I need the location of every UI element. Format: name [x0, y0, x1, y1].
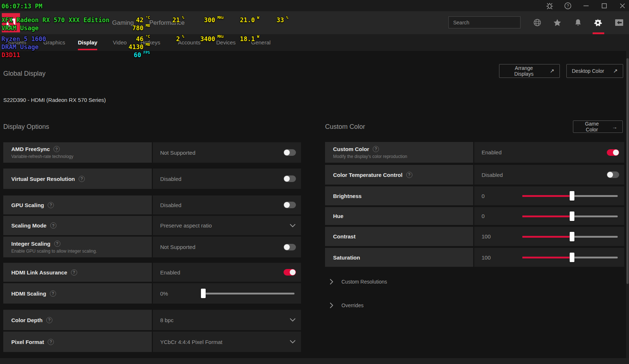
- setting-row-custom-color: Custom Color?Modify the display's color …: [325, 142, 624, 163]
- minimize-button[interactable]: [582, 1, 590, 10]
- subnav-tab-hotkeys[interactable]: Hotkeys: [141, 34, 160, 51]
- expander-overrides[interactable]: Overrides: [329, 302, 364, 309]
- amd-arrow-icon: [5, 17, 17, 29]
- arrow-right-icon: →: [612, 124, 617, 130]
- slider-handle[interactable]: [570, 232, 574, 241]
- setting-label: Saturation: [333, 254, 360, 261]
- setting-label: Color Depth: [11, 317, 43, 323]
- help-icon[interactable]: ?: [50, 222, 56, 229]
- close-button[interactable]: [618, 1, 627, 10]
- help-icon[interactable]: ?: [54, 241, 60, 247]
- setting-label: HDMI Scaling: [11, 290, 46, 297]
- search-input[interactable]: [453, 20, 519, 25]
- toggle-color-temperature-control[interactable]: [607, 171, 619, 178]
- setting-value: Disabled: [160, 202, 181, 208]
- chevron-right-icon: [329, 302, 333, 309]
- setting-label: Color Temperature Control: [333, 172, 403, 178]
- setting-value: Not Supported: [160, 244, 195, 250]
- bell-icon: [574, 18, 582, 27]
- toggle-hdmi-link-assurance[interactable]: [284, 269, 296, 276]
- panel-icon: [614, 18, 623, 27]
- scrollbar-thumb[interactable]: [626, 58, 629, 284]
- search-box[interactable]: [448, 16, 521, 28]
- setting-subtitle: Enable GPU scaling to allow integer scal…: [11, 249, 152, 254]
- setting-value: Preserve aspect ratio: [160, 222, 212, 229]
- subnav-tab-graphics[interactable]: Graphics: [43, 34, 65, 51]
- setting-label-cell: Pixel Format?: [3, 332, 152, 352]
- help-icon[interactable]: ?: [79, 176, 85, 182]
- help-icon[interactable]: ?: [71, 269, 77, 276]
- amd-logo[interactable]: [2, 13, 20, 32]
- setting-value-cell: 0: [473, 207, 624, 225]
- maximize-icon: [600, 1, 609, 10]
- toggle-knob: [284, 150, 290, 155]
- osd-line: D3D1160 FPS: [1, 51, 289, 59]
- setting-value-cell: Disabled: [152, 169, 301, 189]
- expander-custom-resolutions[interactable]: Custom Resolutions: [329, 278, 387, 285]
- slider-handle[interactable]: [201, 289, 206, 298]
- star-button[interactable]: [551, 16, 564, 29]
- slider-hue[interactable]: [522, 211, 618, 221]
- setting-value-cell: 100: [473, 227, 624, 246]
- help-icon: ?: [563, 1, 572, 10]
- bug-button[interactable]: [545, 1, 554, 10]
- help-icon[interactable]: ?: [373, 146, 379, 152]
- help-icon[interactable]: ?: [46, 317, 52, 323]
- help-icon[interactable]: ?: [54, 146, 60, 152]
- desktop-color-button[interactable]: Desktop Color↗: [566, 64, 623, 78]
- setting-value-cell: Disabled: [152, 195, 301, 214]
- setting-value-cell: 100: [473, 248, 624, 267]
- gear-button[interactable]: [592, 16, 605, 29]
- globe-button[interactable]: [531, 16, 544, 29]
- slider-saturation[interactable]: [522, 253, 618, 262]
- slider-fill: [522, 257, 572, 258]
- toggle-custom-color[interactable]: [607, 149, 619, 156]
- osd-line-label: D3D11: [1, 51, 20, 59]
- setting-label: Custom Color: [333, 146, 369, 152]
- expander-label: Overrides: [341, 302, 364, 308]
- toggle-knob: [607, 172, 613, 178]
- maximize-button[interactable]: [600, 1, 609, 10]
- help-button[interactable]: ?: [563, 1, 572, 10]
- toggle-amd-freesync[interactable]: [284, 149, 296, 156]
- subnav-tab-display[interactable]: Display: [78, 34, 97, 51]
- subnav-tab-system[interactable]: System: [8, 34, 26, 51]
- setting-label-cell: Contrast: [325, 227, 473, 246]
- toggle-integer-scaling[interactable]: [284, 244, 296, 250]
- dropdown-chevron-icon[interactable]: [289, 223, 296, 228]
- help-icon[interactable]: ?: [48, 339, 54, 345]
- setting-subtitle: Modify the display's color reproduction: [333, 154, 473, 159]
- toggle-gpu-scaling[interactable]: [284, 202, 296, 208]
- help-icon[interactable]: ?: [50, 290, 56, 297]
- setting-value: Enabled: [482, 149, 502, 155]
- expander-label: Custom Resolutions: [341, 279, 387, 285]
- setting-value-cell: 0: [473, 186, 624, 205]
- panel-button[interactable]: [612, 16, 625, 29]
- slider-handle[interactable]: [570, 211, 574, 221]
- setting-label-cell: Saturation: [325, 248, 473, 267]
- setting-label-cell: Color Depth?: [3, 310, 152, 330]
- button-label: Arrange Displays: [505, 65, 543, 77]
- subnav-tab-general[interactable]: General: [251, 34, 270, 51]
- dropdown-chevron-icon[interactable]: [289, 318, 296, 322]
- setting-value-cell: YCbCr 4:4:4 Pixel Format: [152, 332, 301, 352]
- help-icon[interactable]: ?: [406, 172, 412, 178]
- slider-hdmi-scaling[interactable]: [201, 289, 294, 298]
- arrange-displays-button[interactable]: Arrange Displays↗: [499, 64, 560, 78]
- subnav-tab-video[interactable]: Video: [113, 34, 127, 51]
- subnav-tab-accounts[interactable]: Accounts: [178, 34, 201, 51]
- bell-button[interactable]: [571, 16, 585, 29]
- slider-handle[interactable]: [570, 191, 574, 201]
- slider-contrast[interactable]: [522, 232, 618, 241]
- slider-handle[interactable]: [570, 253, 574, 262]
- game-color-button[interactable]: Game Color→: [573, 120, 623, 133]
- nav-tab-gaming[interactable]: Gaming: [112, 11, 134, 34]
- subnav-tab-devices[interactable]: Devices: [216, 34, 236, 51]
- nav-tab-performance[interactable]: Performance: [149, 11, 185, 34]
- slider-brightness[interactable]: [522, 191, 618, 201]
- toggle-virtual-super-resolution[interactable]: [284, 175, 296, 182]
- setting-row-gpu-scaling: GPU Scaling?Disabled: [3, 195, 301, 214]
- help-icon[interactable]: ?: [48, 202, 54, 208]
- setting-label: Scaling Mode: [11, 222, 47, 229]
- dropdown-chevron-icon[interactable]: [289, 340, 296, 344]
